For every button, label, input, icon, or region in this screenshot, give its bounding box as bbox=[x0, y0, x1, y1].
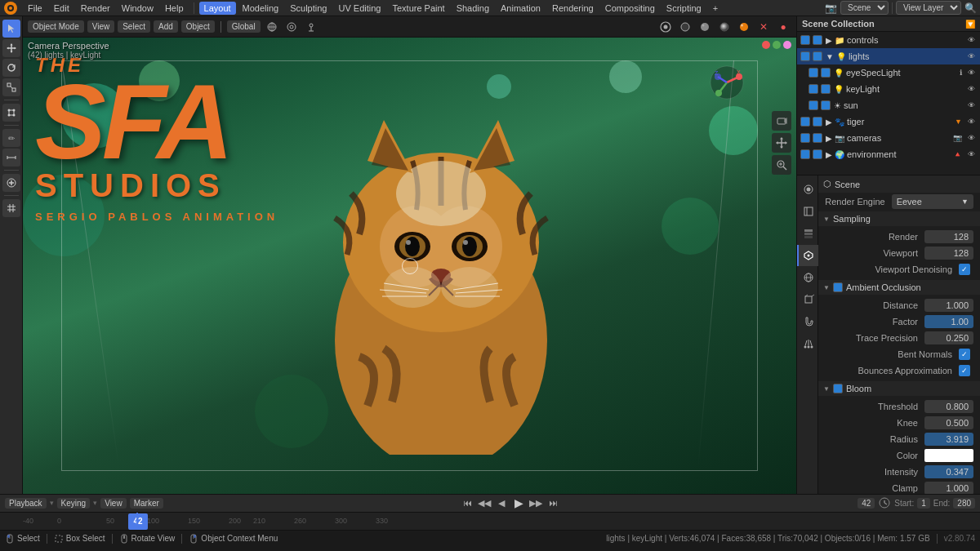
skip-start-btn[interactable]: ⏮ bbox=[460, 495, 474, 510]
bloom-color-swatch[interactable] bbox=[924, 449, 973, 462]
sun-check2[interactable] bbox=[821, 100, 831, 110]
play-reverse-btn[interactable]: ◀ bbox=[494, 495, 509, 510]
eyespec-check[interactable] bbox=[808, 68, 818, 78]
env-check2[interactable] bbox=[813, 149, 822, 159]
tool-rotate[interactable] bbox=[2, 59, 20, 77]
vp-xray[interactable] bbox=[677, 19, 693, 35]
menu-render[interactable]: Render bbox=[76, 2, 115, 15]
props-render-icon[interactable] bbox=[797, 179, 818, 200]
tool-annotate[interactable]: ✏ bbox=[2, 129, 20, 147]
viewport-transform-btn[interactable]: Global bbox=[227, 20, 261, 33]
workspace-add[interactable]: + bbox=[708, 2, 723, 15]
viewport-mode-btn[interactable]: Object Mode bbox=[28, 20, 84, 33]
bloom-section-header[interactable]: ▼ Bloom bbox=[818, 381, 980, 396]
workspace-scripting[interactable]: Scripting bbox=[662, 2, 706, 15]
workspace-uv-editing[interactable]: UV Editing bbox=[333, 2, 385, 15]
axis-gizmo[interactable]: X Y Z bbox=[706, 62, 747, 103]
bloom-thresh-value[interactable]: 0.800 bbox=[924, 400, 973, 413]
props-particles-icon[interactable] bbox=[797, 333, 818, 354]
vp-show-overlays[interactable] bbox=[657, 19, 674, 35]
viewport-object-btn[interactable]: Object bbox=[181, 20, 215, 33]
controls-check[interactable] bbox=[800, 35, 810, 45]
workspace-shading[interactable]: Shading bbox=[452, 2, 494, 15]
outliner-row-tiger[interactable]: ▶ 🐾 tiger ▼ 👁 bbox=[797, 113, 980, 130]
env-check[interactable] bbox=[800, 149, 810, 159]
outliner-row-eyespeclight[interactable]: 💡 eyeSpecLight ℹ 👁 bbox=[805, 64, 980, 81]
bloom-enable-check[interactable] bbox=[833, 384, 843, 393]
bent-checkbox[interactable]: ✓ bbox=[959, 349, 970, 360]
workspace-animation[interactable]: Animation bbox=[496, 2, 546, 15]
end-frame-display[interactable]: 280 bbox=[953, 498, 975, 509]
cameras-expand[interactable]: ▶ bbox=[826, 134, 832, 143]
viewport-add-btn[interactable]: Add bbox=[154, 20, 178, 33]
bloom-clamp-value[interactable]: 1.000 bbox=[924, 482, 973, 494]
eyespec-check2[interactable] bbox=[821, 68, 831, 78]
menu-window[interactable]: Window bbox=[117, 2, 158, 15]
timeline-marker-btn[interactable]: Marker bbox=[130, 498, 163, 509]
vp-camera-btn[interactable] bbox=[772, 111, 791, 131]
play-btn[interactable]: ▶ bbox=[511, 495, 526, 510]
lights-expand[interactable]: ▼ bbox=[826, 52, 834, 61]
timeline-keying-btn[interactable]: Keying bbox=[57, 498, 91, 509]
env-expand[interactable]: ▶ bbox=[826, 150, 832, 159]
outliner-filter-icon[interactable]: 🔽 bbox=[965, 20, 975, 29]
tool-grid[interactable] bbox=[2, 199, 20, 217]
outliner-row-keylight[interactable]: 💡 keyLight 👁 bbox=[805, 81, 980, 97]
cameras-eye[interactable]: 👁 bbox=[965, 132, 977, 144]
env-eye[interactable]: 👁 bbox=[965, 149, 977, 160]
ao-factor-value[interactable]: 1.00 bbox=[924, 315, 973, 328]
sun-eye[interactable]: 👁 bbox=[965, 100, 977, 111]
tool-add[interactable] bbox=[2, 174, 20, 192]
ao-section-header[interactable]: ▼ Ambient Occlusion bbox=[818, 280, 980, 295]
viewport-select-btn[interactable]: Select bbox=[118, 20, 150, 33]
viewport-view-btn[interactable]: View bbox=[87, 20, 115, 33]
controls-eye[interactable]: 👁 bbox=[965, 34, 977, 46]
ao-enable-check[interactable] bbox=[833, 282, 843, 292]
outliner-row-sun[interactable]: ☀ sun 👁 bbox=[805, 97, 980, 113]
outliner-row-environment[interactable]: ▶ 🌍 environment 🔺 👁 bbox=[797, 146, 980, 162]
props-modifier-icon[interactable] bbox=[797, 311, 818, 332]
vp-material-mode[interactable] bbox=[716, 19, 733, 35]
keylight-check[interactable] bbox=[808, 84, 818, 94]
tiger-check2[interactable] bbox=[813, 117, 822, 127]
tool-transform[interactable] bbox=[2, 104, 20, 122]
props-output-icon[interactable] bbox=[797, 201, 818, 222]
view-layer-selector[interactable]: View Layer bbox=[896, 1, 961, 15]
snap-icon[interactable] bbox=[303, 19, 319, 35]
workspace-layout[interactable]: Layout bbox=[199, 2, 236, 15]
props-view-layer-icon[interactable] bbox=[797, 223, 818, 244]
vp-pan-btn[interactable] bbox=[772, 133, 791, 153]
props-object-icon[interactable] bbox=[797, 289, 818, 310]
tiger-expand[interactable]: ▶ bbox=[826, 118, 832, 127]
tool-move[interactable] bbox=[2, 39, 20, 57]
bloom-intensity-value[interactable]: 0.347 bbox=[924, 465, 973, 478]
timeline-playback-btn[interactable]: Playback bbox=[5, 498, 47, 509]
scene-selector[interactable]: Scene bbox=[840, 1, 889, 15]
timeline-track[interactable]: -40 0 50 100 150 200 210 260 300 330 42 bbox=[0, 513, 980, 530]
skip-end-btn[interactable]: ⏭ bbox=[546, 495, 560, 510]
menu-help[interactable]: Help bbox=[160, 2, 189, 15]
viewport[interactable]: Object Mode View Select Add Object Globa… bbox=[23, 16, 796, 494]
vp-rendered-mode[interactable] bbox=[736, 19, 752, 35]
lights-check2[interactable] bbox=[813, 51, 822, 61]
cameras-check2[interactable] bbox=[813, 133, 822, 143]
keylight-eye[interactable]: 👁 bbox=[965, 83, 977, 95]
tool-scale[interactable] bbox=[2, 78, 20, 96]
outliner-row-controls[interactable]: ▶ 📁 controls 👁 bbox=[797, 32, 980, 48]
sun-check[interactable] bbox=[808, 100, 818, 110]
props-scene-icon[interactable] bbox=[797, 245, 818, 266]
menu-edit[interactable]: Edit bbox=[49, 2, 74, 15]
ao-trace-value[interactable]: 0.250 bbox=[924, 331, 973, 344]
viewport-value[interactable]: 128 bbox=[924, 247, 973, 260]
render-value[interactable]: 128 bbox=[924, 230, 973, 243]
workspace-rendering[interactable]: Rendering bbox=[547, 2, 599, 15]
tiger-eye[interactable]: 👁 bbox=[965, 116, 977, 127]
props-world-icon[interactable] bbox=[797, 267, 818, 288]
outliner-row-lights[interactable]: ▼ 💡 lights 👁 bbox=[797, 48, 980, 64]
tiger-check[interactable] bbox=[800, 117, 810, 127]
workspace-sculpting[interactable]: Sculpting bbox=[285, 2, 332, 15]
bloom-knee-value[interactable]: 0.500 bbox=[924, 416, 973, 429]
tool-cursor[interactable] bbox=[2, 20, 20, 38]
ao-dist-value[interactable]: 1.000 bbox=[924, 299, 973, 312]
global-icon[interactable] bbox=[264, 19, 280, 35]
